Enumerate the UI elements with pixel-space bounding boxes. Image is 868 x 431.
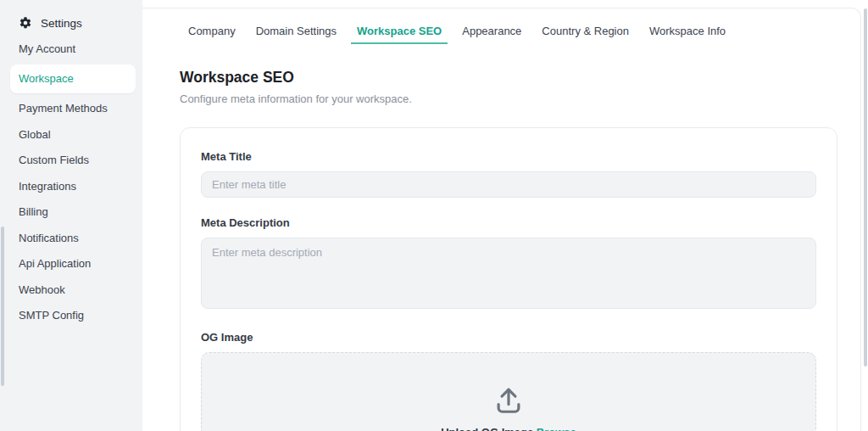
tab-company[interactable]: Company — [188, 25, 236, 42]
sidebar-item-integrations[interactable]: Integrations — [0, 173, 142, 199]
sidebar-item-workspace[interactable]: Workspace — [10, 64, 136, 93]
sidebar-header-settings[interactable]: Settings — [0, 0, 142, 34]
sidebar-item-notifications[interactable]: Notifications — [0, 225, 142, 251]
meta-description-label: Meta Description — [201, 216, 816, 229]
sidebar-item-billing[interactable]: Billing — [0, 199, 142, 226]
meta-title-label: Meta Title — [201, 150, 816, 163]
sidebar-item-custom-fields[interactable]: Custom Fields — [0, 148, 142, 174]
og-image-label: OG Image — [201, 331, 816, 344]
sidebar-item-api-application[interactable]: Api Application — [0, 251, 142, 277]
upload-icon — [492, 383, 525, 416]
tab-domain-settings[interactable]: Domain Settings — [256, 25, 337, 42]
meta-title-field-group: Meta Title — [201, 150, 816, 198]
page-subtitle: Configure meta information for your work… — [180, 92, 860, 105]
settings-sidebar: Settings My Account Workspace Payment Me… — [0, 0, 142, 431]
sidebar-item-webhook[interactable]: Webhook — [0, 277, 142, 303]
og-image-field-group: OG Image Upload OG Image Browse Recommen… — [201, 331, 816, 431]
page-header: Workspace SEO Configure meta information… — [180, 69, 860, 105]
meta-description-textarea[interactable] — [201, 238, 816, 309]
tab-appearance[interactable]: Appearance — [462, 25, 521, 42]
browse-link[interactable]: Browse — [537, 426, 576, 431]
page-title: Workspace SEO — [180, 69, 860, 87]
meta-title-input[interactable] — [201, 171, 816, 198]
main-scrollbar-thumb[interactable] — [864, 8, 867, 367]
sidebar-scrollbar-thumb[interactable] — [1, 227, 4, 386]
settings-tabs: Company Domain Settings Workspace SEO Ap… — [188, 25, 860, 44]
sidebar-item-global[interactable]: Global — [0, 121, 142, 148]
sidebar-item-my-account[interactable]: My Account — [0, 36, 142, 62]
upload-instruction: Upload OG Image Browse — [441, 426, 576, 431]
tab-country-region[interactable]: Country & Region — [542, 25, 629, 42]
sidebar-nav: My Account Workspace Payment Methods Glo… — [0, 34, 142, 328]
meta-description-field-group: Meta Description — [201, 216, 816, 312]
main-panel: Company Domain Settings Workspace SEO Ap… — [142, 8, 861, 431]
gear-icon — [19, 16, 32, 30]
seo-form-card: Meta Title Meta Description OG Image Upl… — [180, 127, 837, 431]
og-image-dropzone[interactable]: Upload OG Image Browse Recommended size:… — [201, 352, 816, 431]
sidebar-item-payment-methods[interactable]: Payment Methods — [0, 96, 142, 122]
sidebar-item-smtp-config[interactable]: SMTP Config — [0, 303, 142, 329]
sidebar-title: Settings — [41, 17, 82, 30]
upload-text: Upload OG Image — [441, 426, 533, 431]
tab-workspace-info[interactable]: Workspace Info — [649, 25, 726, 42]
tab-workspace-seo[interactable]: Workspace SEO — [351, 25, 448, 44]
